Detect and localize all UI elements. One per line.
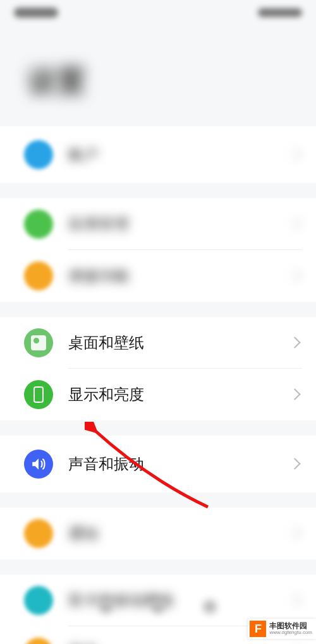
chevron-right-icon xyxy=(291,595,302,606)
util-icon xyxy=(24,261,53,290)
watermark: F 丰图软件园 www.dgfengtu.com xyxy=(248,619,316,639)
row-sound[interactable]: 声音和振动 xyxy=(0,436,316,492)
chevron-right-icon xyxy=(291,218,302,230)
row-wallpaper[interactable]: 桌面和壁纸 xyxy=(0,317,316,369)
watermark-icon: F xyxy=(250,621,266,637)
chevron-right-icon xyxy=(291,337,302,349)
row-label: 应用管理 xyxy=(68,214,291,234)
row-account[interactable]: 账户 xyxy=(0,126,316,183)
row-display[interactable]: 显示和亮度 xyxy=(0,369,316,420)
page-title: 设置 xyxy=(0,25,316,126)
row-label: 声音和振动 xyxy=(68,454,291,474)
status-bar xyxy=(0,0,316,25)
notif-icon xyxy=(24,519,53,548)
row-label: 通知 xyxy=(68,523,291,544)
watermark-url: www.dgfengtu.com xyxy=(269,630,312,636)
chevron-right-icon xyxy=(291,528,302,539)
settings-list-4: 声音和振动 xyxy=(0,436,316,492)
display-icon xyxy=(24,380,53,409)
more-icon xyxy=(24,638,53,644)
chevron-right-icon xyxy=(291,389,302,400)
chevron-right-icon xyxy=(291,270,302,282)
nav-bar xyxy=(99,600,217,614)
row-label: 显示和亮度 xyxy=(68,385,291,405)
row-label: 账户 xyxy=(68,145,287,165)
settings-list-2: 应用管理 便捷功能 xyxy=(0,198,316,302)
status-time xyxy=(14,8,58,18)
net-icon xyxy=(24,586,53,615)
account-icon xyxy=(24,140,53,169)
app-icon xyxy=(24,210,53,239)
chevron-right-icon xyxy=(291,458,302,470)
row-label: 桌面和壁纸 xyxy=(68,333,291,353)
row-app[interactable]: 应用管理 xyxy=(0,198,316,250)
row-util[interactable]: 便捷功能 xyxy=(0,250,316,302)
sound-icon xyxy=(24,450,53,479)
wallpaper-icon xyxy=(24,328,53,357)
chevron-right-icon xyxy=(291,149,302,160)
settings-list-3: 桌面和壁纸 显示和亮度 xyxy=(0,317,316,420)
row-notif[interactable]: 通知 xyxy=(0,508,316,559)
settings-list-1: 账户 xyxy=(0,126,316,183)
settings-list-5: 通知 xyxy=(0,508,316,559)
row-label: 便捷功能 xyxy=(68,266,291,286)
status-indicators xyxy=(258,8,302,17)
